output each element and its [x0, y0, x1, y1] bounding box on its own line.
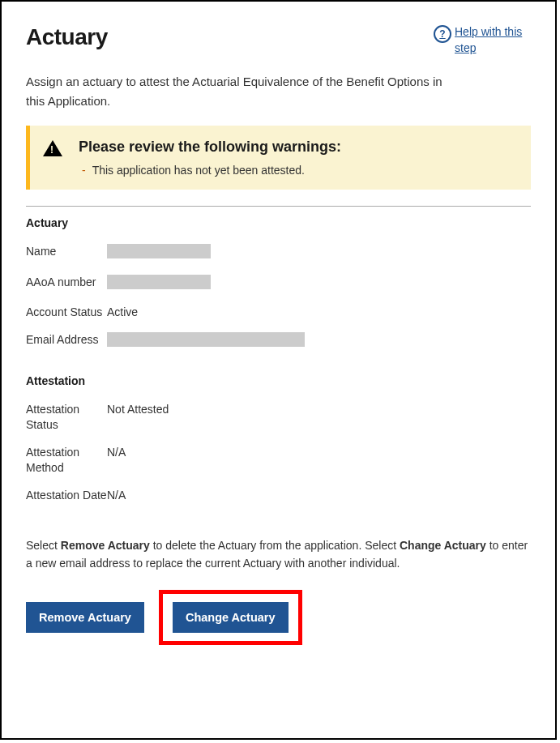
attestation-heading: Attestation	[26, 374, 531, 387]
field-att-date: Attestation Date N/A	[26, 488, 531, 504]
page-title: Actuary	[26, 24, 108, 50]
warning-icon	[43, 140, 62, 156]
att-date-value: N/A	[107, 488, 126, 504]
warning-title: Please review the following warnings:	[79, 139, 515, 156]
account-status-value: Active	[107, 305, 138, 321]
highlight-frame: Change Actuary	[159, 590, 302, 645]
instr-bold2: Change Actuary	[400, 539, 486, 552]
remove-actuary-button[interactable]: Remove Actuary	[26, 602, 144, 633]
account-status-label: Account Status	[26, 305, 107, 321]
field-att-method: Attestation Method N/A	[26, 445, 531, 476]
change-actuary-button[interactable]: Change Actuary	[173, 602, 289, 633]
attestation-section: Attestation Attestation Status Not Attes…	[26, 374, 531, 504]
warning-item: This application has not yet been attest…	[79, 164, 515, 177]
redacted-block	[107, 275, 211, 289]
att-method-value: N/A	[107, 445, 126, 461]
actuary-heading: Actuary	[26, 216, 531, 229]
field-aaoa: AAoA number	[26, 275, 531, 294]
redacted-block	[107, 332, 305, 347]
field-att-status: Attestation Status Not Attested	[26, 402, 531, 433]
field-account-status: Account Status Active	[26, 305, 531, 321]
att-method-label: Attestation Method	[26, 445, 107, 476]
email-value	[107, 332, 305, 352]
aaoa-label: AAoA number	[26, 275, 107, 291]
email-label: Email Address	[26, 332, 107, 348]
field-name: Name	[26, 244, 531, 263]
divider	[26, 206, 531, 207]
help-icon: ?	[434, 25, 451, 43]
field-email: Email Address	[26, 332, 531, 352]
warning-box: Please review the following warnings: Th…	[26, 126, 531, 190]
button-row: Remove Actuary Change Actuary	[26, 590, 531, 645]
redacted-block	[107, 244, 211, 258]
page-frame: Actuary ? Help with this step Assign an …	[0, 0, 557, 740]
instruction-text: Select Remove Actuary to delete the Actu…	[26, 536, 531, 573]
instr-mid1: to delete the Actuary from the applicati…	[150, 539, 400, 552]
instr-pre1: Select	[26, 539, 61, 552]
att-status-value: Not Attested	[107, 402, 169, 418]
aaoa-value	[107, 275, 211, 294]
name-label: Name	[26, 244, 107, 260]
header-row: Actuary ? Help with this step	[26, 24, 531, 56]
att-status-label: Attestation Status	[26, 402, 107, 433]
warning-content: Please review the following warnings: Th…	[79, 139, 515, 177]
help-link-text: Help with this step	[455, 24, 531, 56]
help-link[interactable]: ? Help with this step	[434, 24, 531, 56]
att-date-label: Attestation Date	[26, 488, 107, 504]
name-value	[107, 244, 211, 263]
instr-bold1: Remove Actuary	[61, 539, 150, 552]
intro-text: Assign an actuary to attest the Actuaria…	[26, 72, 464, 111]
